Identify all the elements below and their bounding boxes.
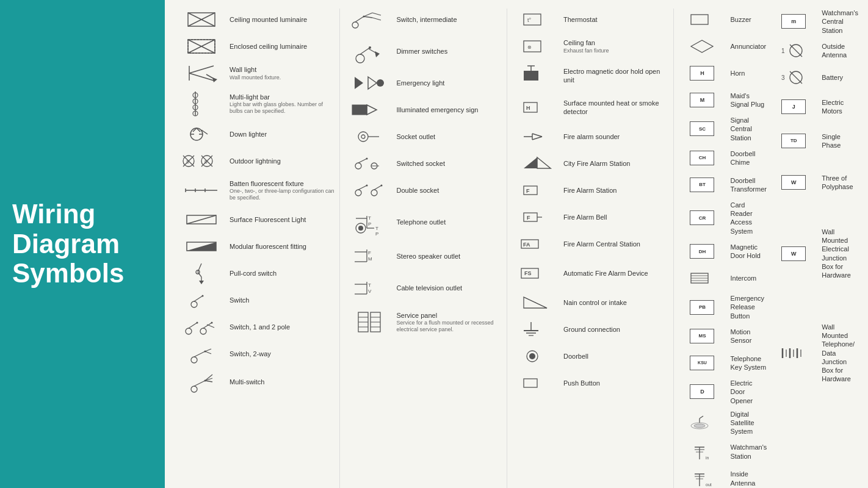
doorbell-transformer-icon: BT (678, 178, 726, 192)
double-socket-icon (344, 182, 392, 199)
main-content: Ceiling mounted luminaire Enclosed ceili… (165, 0, 868, 488)
svg-marker-43 (199, 281, 204, 284)
list-item: Surface Fluorescent Light (177, 209, 336, 231)
push-button-label: Push Button (560, 379, 670, 387)
surface-fluorescent-icon (177, 212, 226, 228)
city-fire-icon (511, 155, 560, 172)
ground-icon (511, 320, 560, 339)
svg-text:F: F (527, 215, 530, 221)
svg-point-72 (356, 54, 364, 63)
modular-fluorescent-icon (177, 239, 226, 254)
svg-line-58 (205, 351, 211, 354)
digital-satellite-label: Digital Satellite System (726, 410, 767, 436)
down-lighter-label: Down lighter (226, 130, 336, 138)
three-polyphase-icon: 3 (769, 69, 818, 86)
watchmans-station-icon: W (769, 175, 818, 190)
svg-marker-138 (537, 157, 551, 168)
fire-central-label: Fire Alarm Central Station (560, 240, 670, 248)
svg-line-95 (374, 185, 382, 190)
svg-text:V: V (368, 289, 372, 294)
batten-fluorescent-icon (177, 186, 226, 195)
svg-text:3: 3 (781, 74, 785, 81)
svg-line-149 (524, 297, 547, 308)
switch-icon (177, 291, 226, 309)
switched-socket-icon (344, 155, 392, 172)
svg-marker-77 (355, 77, 363, 89)
list-item: T P T P Telephone outlet (344, 206, 502, 238)
list-item: Dimmer switches (344, 35, 502, 67)
list-item: D Electric Door Opener (678, 379, 767, 405)
svg-line-92 (358, 185, 367, 190)
list-item: Socket outlet (344, 126, 502, 148)
svg-rect-128 (524, 71, 538, 81)
fire-station-icon: F (511, 182, 560, 198)
multi-switch-label: Multi-switch (226, 378, 336, 386)
list-item: PB Emergency Release Button (678, 294, 767, 320)
svg-point-74 (369, 46, 371, 49)
list-item: Electro magnetic door hold open unit (511, 62, 670, 89)
svg-marker-158 (691, 40, 713, 52)
svg-point-83 (358, 132, 368, 142)
list-item: Wall light Wall mounted fixture. (177, 62, 336, 84)
single-phase-icon: 1 (769, 42, 818, 59)
svg-rect-157 (691, 15, 708, 24)
list-item: 1 Outside Antenna (769, 40, 858, 62)
list-item: TD Single Phase (769, 125, 858, 157)
list-item: Down lighter (177, 123, 336, 145)
magnetic-door-label: Magnetic Door Hold (726, 243, 767, 260)
emergency-light-icon (344, 74, 392, 92)
svg-point-49 (197, 322, 198, 324)
switch-intermediate-label: Switch, intermediate (392, 15, 502, 24)
list-item: Switch, intermediate (344, 9, 502, 30)
svg-line-134 (532, 134, 542, 137)
telephone-key-icon: KSU (678, 356, 726, 370)
multi-switch-icon (177, 370, 226, 394)
watchmans-central-label: Wall Mounted Electrical Junction Box for… (818, 228, 858, 280)
illuminated-sign-icon (344, 102, 392, 117)
svg-marker-38 (187, 242, 216, 251)
page-title: Wiring Diagram Symbols (12, 199, 153, 288)
down-lighter-icon (177, 125, 226, 143)
doorbell-transformer-label: Doorbell Transformer (726, 176, 767, 194)
list-item: 3 Battery (769, 66, 858, 88)
svg-text:F: F (368, 250, 371, 256)
svg-point-52 (211, 322, 213, 324)
list-item: Service panel Service for a flush mounte… (344, 306, 502, 338)
three-polyphase-label: Battery (818, 73, 858, 82)
list-item: H Horn (678, 62, 767, 84)
ceiling-luminaire-icon (177, 10, 226, 29)
list-item: Multi-switch (177, 370, 336, 394)
list-item: T V Cable television outlet (344, 274, 502, 301)
list-item: Ground connection (511, 318, 670, 340)
fire-sounder-icon (511, 129, 560, 145)
svg-line-69 (364, 16, 372, 18)
svg-text:M: M (368, 256, 372, 262)
auto-fire-label: Automatic Fire Alarm Device (560, 269, 670, 278)
svg-line-135 (532, 137, 542, 140)
column-2: Switch, intermediate Dimmer switches (340, 9, 507, 488)
svg-text:FS: FS (524, 270, 532, 276)
svg-text:P: P (368, 221, 371, 227)
svg-line-55 (194, 351, 205, 357)
svg-point-88 (366, 158, 368, 160)
intercom-icon (678, 270, 726, 287)
multilight-bar-label: Multi-light bar Light bar with glass glo… (226, 93, 336, 115)
electric-door-label: Electric Door Opener (726, 379, 767, 405)
pull-cord-icon (177, 262, 226, 284)
switch-label: Switch (226, 296, 336, 304)
fire-sounder-label: Fire alarm sounder (560, 132, 670, 141)
telephone-outlet-label: Telephone outlet (392, 218, 502, 226)
list-item: W Three of Polyphase (769, 167, 858, 198)
svg-text:in: in (706, 456, 709, 460)
switch-2way-icon (177, 343, 226, 365)
list-item: MS Motion Sensor (678, 325, 767, 347)
em-door-label: Electro magnetic door hold open unit (560, 67, 670, 85)
doorbell-chime-icon: CH (678, 151, 726, 165)
ceiling-luminaire-label: Ceiling mounted luminaire (226, 15, 336, 24)
inside-antenna-icon: in (678, 442, 726, 462)
battery-label: Wall Mounted Telephone/ Data Junction Bo… (818, 323, 858, 384)
electric-motors-icon: m (769, 14, 818, 29)
fire-bell-label: Fire Alarm Bell (560, 213, 670, 221)
list-item: Switch, 2-way (177, 343, 336, 365)
switch-intermediate-icon (344, 9, 392, 30)
